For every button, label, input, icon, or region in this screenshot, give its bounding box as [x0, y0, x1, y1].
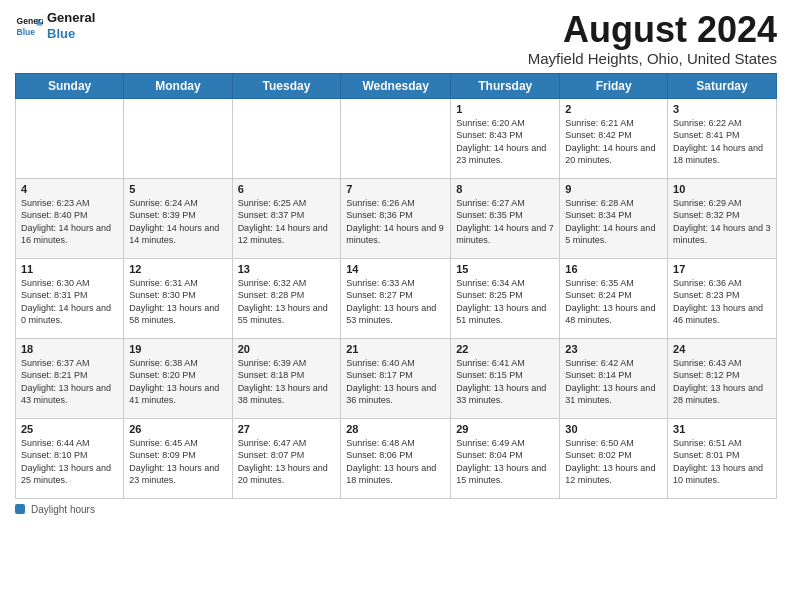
day-cell: 14Sunrise: 6:33 AMSunset: 8:27 PMDayligh…	[341, 258, 451, 338]
day-number: 6	[238, 183, 336, 195]
day-cell: 1Sunrise: 6:20 AMSunset: 8:43 PMDaylight…	[451, 98, 560, 178]
day-cell: 20Sunrise: 6:39 AMSunset: 8:18 PMDayligh…	[232, 338, 341, 418]
day-number: 19	[129, 343, 226, 355]
day-cell: 27Sunrise: 6:47 AMSunset: 8:07 PMDayligh…	[232, 418, 341, 498]
calendar-table: SundayMondayTuesdayWednesdayThursdayFrid…	[15, 73, 777, 499]
day-info: Sunrise: 6:40 AMSunset: 8:17 PMDaylight:…	[346, 357, 445, 407]
day-info: Sunrise: 6:28 AMSunset: 8:34 PMDaylight:…	[565, 197, 662, 247]
day-cell: 29Sunrise: 6:49 AMSunset: 8:04 PMDayligh…	[451, 418, 560, 498]
day-number: 14	[346, 263, 445, 275]
day-cell: 31Sunrise: 6:51 AMSunset: 8:01 PMDayligh…	[668, 418, 777, 498]
day-info: Sunrise: 6:33 AMSunset: 8:27 PMDaylight:…	[346, 277, 445, 327]
day-info: Sunrise: 6:48 AMSunset: 8:06 PMDaylight:…	[346, 437, 445, 487]
day-number: 15	[456, 263, 554, 275]
title-section: August 2024 Mayfield Heights, Ohio, Unit…	[528, 10, 777, 67]
day-number: 16	[565, 263, 662, 275]
day-info: Sunrise: 6:51 AMSunset: 8:01 PMDaylight:…	[673, 437, 771, 487]
day-number: 21	[346, 343, 445, 355]
day-info: Sunrise: 6:32 AMSunset: 8:28 PMDaylight:…	[238, 277, 336, 327]
day-number: 26	[129, 423, 226, 435]
day-cell: 28Sunrise: 6:48 AMSunset: 8:06 PMDayligh…	[341, 418, 451, 498]
svg-text:Blue: Blue	[17, 26, 36, 36]
day-cell	[232, 98, 341, 178]
day-cell: 26Sunrise: 6:45 AMSunset: 8:09 PMDayligh…	[124, 418, 232, 498]
week-row-3: 11Sunrise: 6:30 AMSunset: 8:31 PMDayligh…	[16, 258, 777, 338]
day-number: 25	[21, 423, 118, 435]
day-number: 13	[238, 263, 336, 275]
day-number: 8	[456, 183, 554, 195]
day-number: 11	[21, 263, 118, 275]
day-number: 22	[456, 343, 554, 355]
day-info: Sunrise: 6:44 AMSunset: 8:10 PMDaylight:…	[21, 437, 118, 487]
daylight-dot	[15, 504, 25, 514]
daylight-label: Daylight hours	[31, 504, 95, 515]
month-title: August 2024	[528, 10, 777, 50]
logo-line1: General	[47, 10, 95, 26]
day-info: Sunrise: 6:42 AMSunset: 8:14 PMDaylight:…	[565, 357, 662, 407]
weekday-header-sunday: Sunday	[16, 73, 124, 98]
day-info: Sunrise: 6:43 AMSunset: 8:12 PMDaylight:…	[673, 357, 771, 407]
day-cell: 9Sunrise: 6:28 AMSunset: 8:34 PMDaylight…	[560, 178, 668, 258]
day-cell: 3Sunrise: 6:22 AMSunset: 8:41 PMDaylight…	[668, 98, 777, 178]
day-cell: 5Sunrise: 6:24 AMSunset: 8:39 PMDaylight…	[124, 178, 232, 258]
day-info: Sunrise: 6:50 AMSunset: 8:02 PMDaylight:…	[565, 437, 662, 487]
week-row-2: 4Sunrise: 6:23 AMSunset: 8:40 PMDaylight…	[16, 178, 777, 258]
day-number: 31	[673, 423, 771, 435]
day-number: 17	[673, 263, 771, 275]
day-info: Sunrise: 6:20 AMSunset: 8:43 PMDaylight:…	[456, 117, 554, 167]
day-cell	[341, 98, 451, 178]
day-info: Sunrise: 6:30 AMSunset: 8:31 PMDaylight:…	[21, 277, 118, 327]
day-number: 9	[565, 183, 662, 195]
day-info: Sunrise: 6:25 AMSunset: 8:37 PMDaylight:…	[238, 197, 336, 247]
day-cell: 13Sunrise: 6:32 AMSunset: 8:28 PMDayligh…	[232, 258, 341, 338]
day-info: Sunrise: 6:36 AMSunset: 8:23 PMDaylight:…	[673, 277, 771, 327]
day-number: 27	[238, 423, 336, 435]
weekday-header-saturday: Saturday	[668, 73, 777, 98]
day-info: Sunrise: 6:21 AMSunset: 8:42 PMDaylight:…	[565, 117, 662, 167]
day-number: 29	[456, 423, 554, 435]
day-info: Sunrise: 6:35 AMSunset: 8:24 PMDaylight:…	[565, 277, 662, 327]
day-info: Sunrise: 6:38 AMSunset: 8:20 PMDaylight:…	[129, 357, 226, 407]
day-number: 3	[673, 103, 771, 115]
day-number: 5	[129, 183, 226, 195]
day-number: 28	[346, 423, 445, 435]
day-info: Sunrise: 6:47 AMSunset: 8:07 PMDaylight:…	[238, 437, 336, 487]
week-row-5: 25Sunrise: 6:44 AMSunset: 8:10 PMDayligh…	[16, 418, 777, 498]
day-cell: 30Sunrise: 6:50 AMSunset: 8:02 PMDayligh…	[560, 418, 668, 498]
day-number: 30	[565, 423, 662, 435]
day-info: Sunrise: 6:31 AMSunset: 8:30 PMDaylight:…	[129, 277, 226, 327]
weekday-header-thursday: Thursday	[451, 73, 560, 98]
day-cell: 22Sunrise: 6:41 AMSunset: 8:15 PMDayligh…	[451, 338, 560, 418]
day-cell: 18Sunrise: 6:37 AMSunset: 8:21 PMDayligh…	[16, 338, 124, 418]
logo-line2: Blue	[47, 26, 95, 42]
day-number: 12	[129, 263, 226, 275]
day-cell: 16Sunrise: 6:35 AMSunset: 8:24 PMDayligh…	[560, 258, 668, 338]
day-info: Sunrise: 6:49 AMSunset: 8:04 PMDaylight:…	[456, 437, 554, 487]
day-number: 24	[673, 343, 771, 355]
day-info: Sunrise: 6:24 AMSunset: 8:39 PMDaylight:…	[129, 197, 226, 247]
day-info: Sunrise: 6:29 AMSunset: 8:32 PMDaylight:…	[673, 197, 771, 247]
day-cell: 10Sunrise: 6:29 AMSunset: 8:32 PMDayligh…	[668, 178, 777, 258]
day-cell: 17Sunrise: 6:36 AMSunset: 8:23 PMDayligh…	[668, 258, 777, 338]
day-number: 1	[456, 103, 554, 115]
day-cell: 7Sunrise: 6:26 AMSunset: 8:36 PMDaylight…	[341, 178, 451, 258]
day-info: Sunrise: 6:34 AMSunset: 8:25 PMDaylight:…	[456, 277, 554, 327]
day-number: 4	[21, 183, 118, 195]
day-number: 20	[238, 343, 336, 355]
day-cell: 25Sunrise: 6:44 AMSunset: 8:10 PMDayligh…	[16, 418, 124, 498]
day-info: Sunrise: 6:45 AMSunset: 8:09 PMDaylight:…	[129, 437, 226, 487]
day-cell: 6Sunrise: 6:25 AMSunset: 8:37 PMDaylight…	[232, 178, 341, 258]
day-cell: 23Sunrise: 6:42 AMSunset: 8:14 PMDayligh…	[560, 338, 668, 418]
weekday-header-wednesday: Wednesday	[341, 73, 451, 98]
weekday-header-row: SundayMondayTuesdayWednesdayThursdayFrid…	[16, 73, 777, 98]
calendar-page: General Blue General Blue August 2024 Ma…	[0, 0, 792, 612]
logo-text: General Blue	[47, 10, 95, 41]
day-cell: 11Sunrise: 6:30 AMSunset: 8:31 PMDayligh…	[16, 258, 124, 338]
logo: General Blue General Blue	[15, 10, 95, 41]
day-cell	[16, 98, 124, 178]
day-cell: 12Sunrise: 6:31 AMSunset: 8:30 PMDayligh…	[124, 258, 232, 338]
day-info: Sunrise: 6:23 AMSunset: 8:40 PMDaylight:…	[21, 197, 118, 247]
week-row-4: 18Sunrise: 6:37 AMSunset: 8:21 PMDayligh…	[16, 338, 777, 418]
day-info: Sunrise: 6:22 AMSunset: 8:41 PMDaylight:…	[673, 117, 771, 167]
weekday-header-tuesday: Tuesday	[232, 73, 341, 98]
